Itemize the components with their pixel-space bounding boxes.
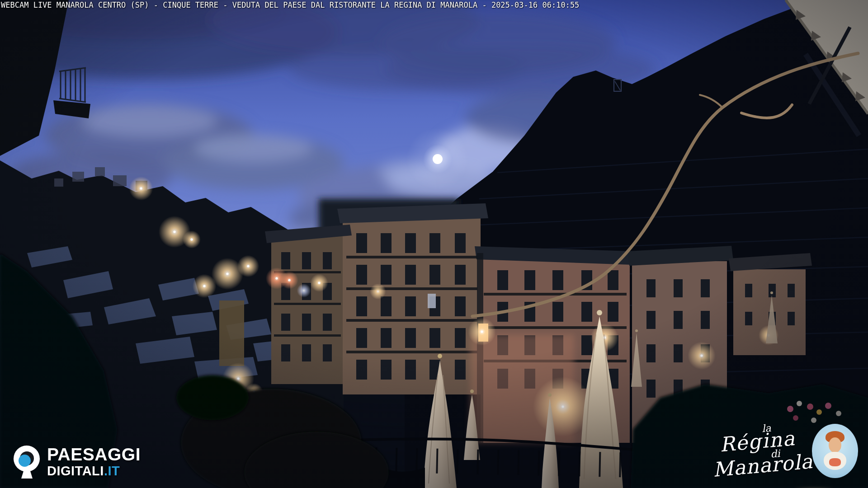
window — [302, 314, 311, 331]
village-light — [370, 283, 386, 299]
webcam-title-bar: WEBCAM LIVE MANAROLA CENTRO (SP) - CINQU… — [1, 0, 579, 10]
window — [356, 233, 367, 253]
window — [608, 302, 618, 322]
window — [405, 233, 416, 253]
window — [646, 311, 656, 329]
window — [552, 302, 563, 322]
regina-floral-crest-icon — [808, 419, 862, 483]
window — [552, 270, 563, 290]
village-light — [297, 284, 311, 298]
window — [356, 360, 367, 380]
digitali-wordmark: DIGITALI.IT — [47, 465, 141, 478]
window — [281, 314, 290, 331]
light-core — [561, 405, 564, 408]
light-core — [481, 330, 483, 333]
window — [281, 344, 290, 361]
window — [455, 360, 466, 380]
window — [581, 302, 592, 322]
window — [281, 252, 290, 269]
window — [701, 311, 710, 329]
window — [405, 296, 416, 316]
light-core — [247, 265, 249, 267]
light-core — [288, 279, 290, 281]
window — [429, 233, 440, 253]
window — [405, 328, 416, 348]
light-core — [275, 277, 278, 279]
window — [646, 279, 656, 297]
window — [323, 344, 332, 361]
light-core — [226, 272, 228, 275]
window — [455, 296, 466, 316]
window — [455, 265, 466, 285]
webcam-frame: WEBCAM LIVE MANAROLA CENTRO (SP) - CINQU… — [0, 0, 868, 488]
window — [429, 328, 440, 348]
window — [381, 360, 392, 380]
window — [381, 296, 392, 316]
light-core — [173, 230, 175, 233]
window — [381, 328, 392, 348]
paesaggi-digitali-logo: PAESAGGI DIGITALI.IT — [14, 446, 141, 480]
light-core — [140, 187, 142, 189]
window — [302, 344, 311, 361]
window — [674, 344, 683, 362]
window — [356, 296, 367, 316]
window — [674, 279, 683, 297]
window — [323, 314, 332, 331]
tld-accent: .IT — [104, 464, 120, 478]
light-core — [203, 285, 205, 287]
window — [381, 233, 392, 253]
window — [608, 270, 618, 290]
moon — [406, 127, 469, 191]
window — [769, 284, 776, 297]
window — [745, 284, 752, 297]
window — [646, 380, 656, 398]
window — [745, 312, 752, 325]
webcam-eye-icon — [14, 446, 42, 480]
window — [524, 270, 535, 290]
light-core — [700, 354, 703, 357]
window — [405, 265, 416, 285]
window — [646, 344, 656, 362]
manarola-scene — [0, 0, 868, 488]
window — [356, 328, 367, 348]
window — [788, 312, 795, 325]
window — [405, 360, 416, 380]
window — [356, 265, 367, 285]
light-core — [190, 238, 193, 240]
light-core — [318, 282, 320, 284]
window — [674, 311, 683, 329]
light-core — [237, 377, 239, 380]
la-regina-di-manarola-logo: la Régina di Manarola — [715, 422, 814, 484]
window — [323, 252, 332, 269]
window — [455, 328, 466, 348]
window — [429, 265, 440, 285]
window — [788, 284, 795, 297]
window — [302, 252, 311, 269]
window — [381, 265, 392, 285]
paesaggi-wordmark: PAESAGGI — [47, 446, 141, 463]
window — [497, 270, 508, 290]
window — [455, 233, 466, 253]
window — [701, 279, 710, 297]
